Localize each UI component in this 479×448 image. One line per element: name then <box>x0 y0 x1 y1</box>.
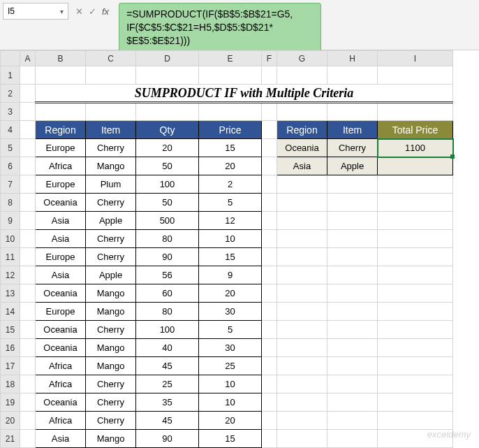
cell[interactable] <box>327 321 378 339</box>
cell-qty[interactable]: 50 <box>136 194 199 212</box>
row-header[interactable]: 5 <box>1 139 20 157</box>
cell-price[interactable]: 5 <box>199 194 262 212</box>
cell[interactable] <box>277 321 327 339</box>
cell[interactable] <box>378 430 453 448</box>
col-header[interactable]: E <box>199 51 262 66</box>
cell[interactable] <box>277 266 327 284</box>
cell[interactable] <box>262 194 277 212</box>
cell-qty[interactable]: 35 <box>136 393 199 412</box>
spreadsheet-grid[interactable]: A B C D E F G H I 12SUMPRODUCT IF with M… <box>0 50 479 448</box>
cell[interactable] <box>20 212 36 230</box>
cell-item[interactable]: Apple <box>86 212 136 230</box>
cell-region[interactable]: Oceania <box>36 339 86 357</box>
cell-item[interactable]: Mango <box>86 303 136 321</box>
cell[interactable] <box>36 103 86 121</box>
chevron-down-icon[interactable]: ▾ <box>60 8 64 15</box>
cell-price[interactable]: 25 <box>199 357 262 375</box>
cell-price[interactable]: 20 <box>199 412 262 430</box>
cell[interactable] <box>327 248 378 266</box>
row-header[interactable]: 21 <box>1 430 20 448</box>
cell[interactable] <box>327 339 378 357</box>
cell-region[interactable]: Oceania <box>36 284 86 303</box>
col-header[interactable]: B <box>36 51 86 66</box>
cell[interactable] <box>136 103 199 121</box>
cell[interactable] <box>262 284 277 303</box>
cell-item[interactable]: Mango <box>86 357 136 375</box>
cell[interactable] <box>262 248 277 266</box>
cell[interactable] <box>20 375 36 393</box>
cell[interactable] <box>378 194 453 212</box>
cell[interactable] <box>327 284 378 303</box>
row-header[interactable]: 18 <box>1 375 20 393</box>
cell[interactable] <box>136 66 199 85</box>
cell[interactable] <box>262 393 277 412</box>
cell[interactable] <box>378 339 453 357</box>
cell[interactable] <box>277 284 327 303</box>
cell[interactable] <box>378 412 453 430</box>
cell-region[interactable]: Asia <box>36 266 86 284</box>
cell[interactable] <box>262 66 277 85</box>
cell-qty[interactable]: 90 <box>136 430 199 448</box>
cell-price[interactable]: 30 <box>199 339 262 357</box>
col-header[interactable]: H <box>327 51 378 66</box>
cell-qty[interactable]: 80 <box>136 230 199 248</box>
cell[interactable] <box>262 339 277 357</box>
cell[interactable] <box>20 357 36 375</box>
cell[interactable] <box>86 66 136 85</box>
cell-qty[interactable]: 80 <box>136 303 199 321</box>
cell[interactable] <box>86 103 136 121</box>
row-header[interactable]: 13 <box>1 284 20 303</box>
cell[interactable] <box>262 103 277 121</box>
cell-price[interactable]: 9 <box>199 266 262 284</box>
cell-item[interactable]: Apple <box>86 266 136 284</box>
cell-region[interactable]: Europe <box>36 248 86 266</box>
cell[interactable] <box>378 212 453 230</box>
cell-item[interactable]: Mango <box>86 339 136 357</box>
cell[interactable] <box>378 375 453 393</box>
cell-price[interactable]: 15 <box>199 430 262 448</box>
cell[interactable] <box>327 430 378 448</box>
row-header[interactable]: 16 <box>1 339 20 357</box>
cell-region[interactable]: Europe <box>36 303 86 321</box>
cell-price[interactable]: 20 <box>199 284 262 303</box>
row-header[interactable]: 14 <box>1 303 20 321</box>
row-header[interactable]: 8 <box>1 194 20 212</box>
row-header[interactable]: 1 <box>1 66 20 85</box>
row-header[interactable]: 20 <box>1 412 20 430</box>
cell[interactable] <box>20 194 36 212</box>
cell[interactable] <box>327 393 378 412</box>
cell-region[interactable]: Oceania <box>36 194 86 212</box>
name-box[interactable]: I5 ▾ <box>3 3 68 20</box>
cell-item[interactable]: Cherry <box>86 412 136 430</box>
cell[interactable] <box>199 66 262 85</box>
cell[interactable] <box>20 284 36 303</box>
cell[interactable] <box>262 175 277 194</box>
col-header[interactable]: C <box>86 51 136 66</box>
cell[interactable] <box>277 103 327 121</box>
cell-item[interactable]: Cherry <box>86 248 136 266</box>
cell-price[interactable]: 15 <box>199 139 262 157</box>
cell[interactable] <box>327 194 378 212</box>
cell[interactable] <box>327 212 378 230</box>
cell-region[interactable]: Africa <box>36 157 86 175</box>
cell[interactable] <box>20 230 36 248</box>
cell[interactable] <box>277 175 327 194</box>
cell-region[interactable]: Africa <box>36 375 86 393</box>
cell[interactable] <box>327 103 378 121</box>
cell[interactable] <box>378 266 453 284</box>
cell[interactable] <box>20 103 36 121</box>
cell-price[interactable]: 10 <box>199 230 262 248</box>
cell[interactable] <box>327 412 378 430</box>
cell-item[interactable]: Mango <box>86 430 136 448</box>
cell-item[interactable]: Cherry <box>86 194 136 212</box>
cell[interactable] <box>378 284 453 303</box>
row-header[interactable]: 11 <box>1 248 20 266</box>
col-header[interactable]: I <box>378 51 453 66</box>
cell[interactable] <box>327 66 378 85</box>
cell[interactable] <box>20 139 36 157</box>
cell[interactable] <box>378 357 453 375</box>
cell-qty[interactable]: 45 <box>136 357 199 375</box>
cell-region[interactable]: Asia <box>36 430 86 448</box>
cell-qty[interactable]: 60 <box>136 284 199 303</box>
select-all-corner[interactable] <box>1 51 20 66</box>
